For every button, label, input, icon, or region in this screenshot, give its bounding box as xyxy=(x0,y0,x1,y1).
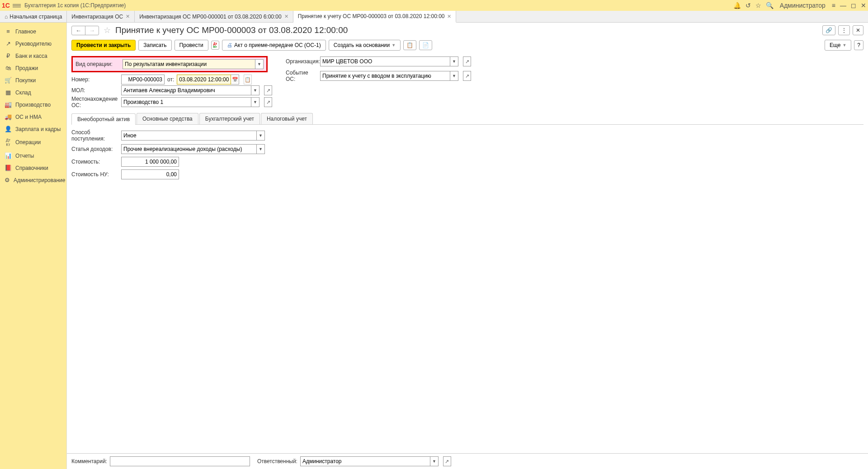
document-tabs: ⌂ Начальная страница Инвентаризация ОС ✕… xyxy=(0,11,868,23)
search-icon[interactable]: 🔍 xyxy=(766,2,774,9)
receipt-method-input[interactable] xyxy=(121,131,257,141)
sidebar-item-operations[interactable]: ДтКтОперации xyxy=(0,135,66,150)
maximize-icon[interactable]: ◻ xyxy=(851,2,856,9)
star-icon[interactable]: ☆ xyxy=(755,2,761,9)
form-area: Вид операции: ▼ Номер: от: 📅 xyxy=(67,54,868,453)
sidebar-item-assets[interactable]: 🚚ОС и НМА xyxy=(0,111,66,123)
app-title: Бухгалтерия 1с копия (1С:Предприятие) xyxy=(24,2,733,9)
structure-button[interactable]: 📋 xyxy=(403,40,416,50)
event-input[interactable] xyxy=(320,71,450,81)
open-icon[interactable]: ↗ xyxy=(463,71,471,81)
more-icon[interactable]: ⋮ xyxy=(838,25,850,35)
close-icon[interactable]: ✕ xyxy=(126,14,130,19)
header-row: ← → ☆ Принятие к учету ОС МР00-000003 от… xyxy=(67,23,868,38)
more-button[interactable]: Еще▼ xyxy=(825,40,851,51)
sidebar-item-sales[interactable]: 🛍Продажи xyxy=(0,62,66,74)
sidebar-item-label: Банк и касса xyxy=(15,53,47,59)
cost-nu-label: Стоимость НУ: xyxy=(71,171,118,178)
back-button[interactable]: ← xyxy=(72,26,85,35)
income-item-label: Статья доходов: xyxy=(71,146,118,152)
print-button[interactable]: 🖨Акт о приеме-передаче ОС (ОС-1) xyxy=(222,40,326,51)
tab-acceptance-doc[interactable]: Принятие к учету ОС МР00-000003 от 03.08… xyxy=(293,11,457,23)
dropdown-icon[interactable]: ▼ xyxy=(251,97,259,107)
dtkt-icon: ДтКт xyxy=(5,138,12,147)
calendar-icon[interactable]: 📅 xyxy=(231,75,239,84)
sidebar-item-admin[interactable]: ⚙Администрирование xyxy=(0,174,66,186)
close-icon[interactable]: ✕ xyxy=(861,2,866,9)
bell-icon[interactable]: 🔔 xyxy=(733,2,741,9)
sidebar-item-label: Производство xyxy=(15,102,51,108)
org-input[interactable] xyxy=(320,56,450,66)
dropdown-icon[interactable]: ▼ xyxy=(255,59,264,69)
mol-input[interactable] xyxy=(121,85,251,95)
dropdown-icon[interactable]: ▼ xyxy=(257,131,265,141)
tab-inventory[interactable]: Инвентаризация ОС ✕ xyxy=(67,11,135,22)
favorite-icon[interactable]: ☆ xyxy=(104,25,111,35)
sidebar-item-reports[interactable]: 📊Отчеты xyxy=(0,150,66,162)
more-label: Еще xyxy=(830,42,840,48)
extra-date-icon[interactable]: 📋 xyxy=(244,75,252,84)
open-icon[interactable]: ↗ xyxy=(264,85,272,95)
income-item-input[interactable] xyxy=(121,144,257,154)
post-button[interactable]: Провести xyxy=(175,40,208,51)
attachments-button[interactable]: 📄 xyxy=(419,40,432,50)
sidebar-item-label: Покупки xyxy=(15,77,36,84)
loc-input[interactable] xyxy=(121,97,251,107)
tab-inventory-doc[interactable]: Инвентаризация ОС МР00-000001 от 03.08.2… xyxy=(135,11,293,22)
link-icon[interactable]: 🔗 xyxy=(822,25,835,35)
header-right: 🔗 ⋮ ✕ xyxy=(822,25,863,35)
tab-accounting[interactable]: Бухгалтерский учет xyxy=(199,113,260,124)
cost-input[interactable] xyxy=(121,157,179,167)
close-icon[interactable]: ✕ xyxy=(284,14,288,19)
sidebar-item-production[interactable]: 🏭Производство xyxy=(0,98,66,111)
forward-button[interactable]: → xyxy=(85,26,99,35)
tab-tax[interactable]: Налоговый учет xyxy=(261,113,313,124)
create-based-label: Создать на основании xyxy=(334,42,390,48)
number-input[interactable] xyxy=(121,75,165,84)
date-input[interactable] xyxy=(177,75,231,84)
sidebar-item-hr[interactable]: 👤Зарплата и кадры xyxy=(0,123,66,135)
close-content-icon[interactable]: ✕ xyxy=(853,25,863,35)
gear-icon: ⚙ xyxy=(5,177,10,183)
menu-icon[interactable] xyxy=(13,1,21,9)
org-label: Организация: xyxy=(286,58,317,65)
post-close-button[interactable]: Провести и закрыть xyxy=(71,40,136,51)
help-button[interactable]: ? xyxy=(854,40,863,50)
sidebar: ≡Главное ↗Руководителю ₽Банк и касса 🛍Пр… xyxy=(0,23,67,469)
save-button[interactable]: Записать xyxy=(138,40,171,51)
sidebar-item-label: Зарплата и кадры xyxy=(15,126,61,132)
dtkt-button[interactable]: ДтКт xyxy=(211,41,219,50)
sidebar-item-label: Руководителю xyxy=(15,41,52,47)
sidebar-item-main[interactable]: ≡Главное xyxy=(0,25,66,38)
dropdown-icon[interactable]: ▼ xyxy=(251,85,259,95)
cost-nu-input[interactable] xyxy=(121,169,179,179)
settings-icon[interactable]: ≡ xyxy=(832,2,835,9)
tab-fixed-assets[interactable]: Основные средства xyxy=(137,113,198,124)
sidebar-item-purchases[interactable]: 🛒Покупки xyxy=(0,74,66,86)
inner-tabs: Внеоборотный актив Основные средства Бух… xyxy=(71,113,863,125)
dropdown-icon[interactable]: ▼ xyxy=(430,456,439,466)
comment-input[interactable] xyxy=(110,456,250,466)
dropdown-icon[interactable]: ▼ xyxy=(257,144,265,154)
create-based-button[interactable]: Создать на основании▼ xyxy=(329,40,401,51)
open-icon[interactable]: ↗ xyxy=(264,97,272,107)
sidebar-item-warehouse[interactable]: ▦Склад xyxy=(0,86,66,98)
open-icon[interactable]: ↗ xyxy=(443,456,451,466)
sidebar-item-manager[interactable]: ↗Руководителю xyxy=(0,38,66,50)
history-icon[interactable]: ↺ xyxy=(745,2,751,9)
chart-icon: ↗ xyxy=(5,40,12,47)
open-icon[interactable]: ↗ xyxy=(463,56,471,66)
cost-label: Стоимость: xyxy=(71,159,118,165)
minimize-icon[interactable]: — xyxy=(840,2,846,9)
responsible-input[interactable] xyxy=(300,456,430,466)
close-icon[interactable]: ✕ xyxy=(447,14,451,19)
sidebar-item-label: Продажи xyxy=(15,65,38,71)
op-type-input[interactable] xyxy=(123,59,255,69)
dropdown-icon[interactable]: ▼ xyxy=(450,71,458,81)
tab-noncurrent-asset[interactable]: Внеоборотный актив xyxy=(71,113,136,125)
user-label[interactable]: Администратор xyxy=(780,2,826,9)
sidebar-item-bank[interactable]: ₽Банк и касса xyxy=(0,50,66,62)
tab-home[interactable]: ⌂ Начальная страница xyxy=(0,11,67,22)
sidebar-item-catalogs[interactable]: 📕Справочники xyxy=(0,162,66,174)
dropdown-icon[interactable]: ▼ xyxy=(450,56,458,66)
